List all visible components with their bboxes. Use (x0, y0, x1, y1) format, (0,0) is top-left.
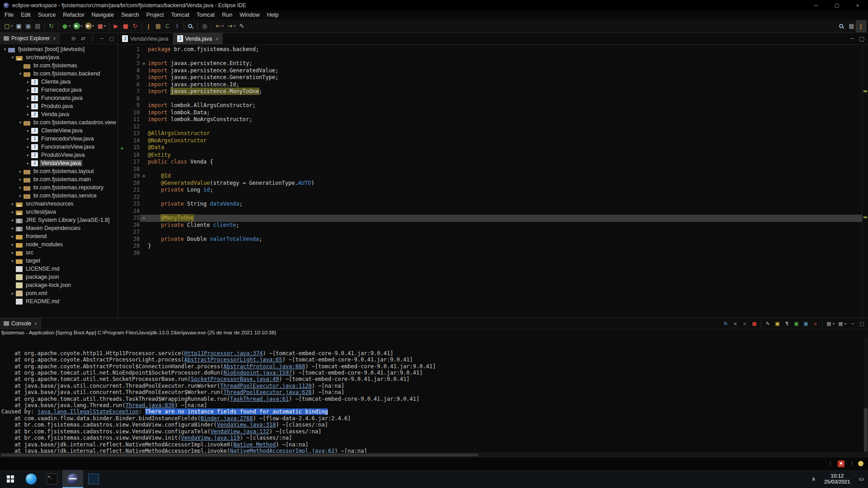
console-link[interactable]: NioEndpoint.java:1597 (223, 370, 292, 376)
perspective-java-button[interactable]: J (856, 21, 866, 32)
refresh-console-icon[interactable]: ↻ (721, 318, 731, 329)
tree-collapsed-arrow-icon[interactable]: ▸ (25, 136, 31, 141)
tree-collapsed-arrow-icon[interactable]: ▸ (9, 218, 16, 222)
editor-tab-vendaview-java[interactable]: VendaView.java (118, 33, 173, 44)
console-link[interactable]: VendaView.java:119 (181, 435, 240, 441)
tree-item[interactable]: package-lock.json (0, 281, 118, 289)
perspective-javaee-button[interactable]: ▦ (847, 21, 856, 32)
tree-item[interactable]: ▸Venda.java (0, 110, 118, 118)
external-tools-button[interactable]: ■▾ (95, 21, 107, 32)
tree-item[interactable]: ▸target (0, 257, 118, 265)
menu-item-11-help[interactable]: Help (263, 11, 282, 19)
forward-button[interactable]: →▾ (225, 21, 237, 32)
tree-item[interactable]: ▸VendaView.java (0, 159, 118, 167)
new-interface-button[interactable]: I (172, 21, 182, 32)
menu-item-8-tomcat[interactable]: Tomcat (193, 11, 218, 19)
tree-collapsed-arrow-icon[interactable]: ▸ (9, 258, 16, 263)
print-button[interactable]: ▤ (33, 21, 42, 32)
tree-item[interactable]: ▸ProdutoView.java (0, 151, 118, 159)
tree-item[interactable]: ▾fjsistemas [boot] [devtools] (0, 45, 118, 53)
tree-item[interactable]: ▾src/main/java (0, 53, 118, 61)
tree-item[interactable]: ▸Funcionario.java (0, 94, 118, 102)
terminate-icon[interactable]: ■ (750, 318, 759, 329)
tree-collapsed-arrow-icon[interactable]: ▸ (9, 226, 16, 230)
fold-collapse-icon[interactable]: ⊖ (140, 173, 148, 180)
tree-item[interactable]: ▸br.com.fjsistemas.main (0, 175, 118, 183)
menu-item-5-search[interactable]: Search (118, 11, 143, 19)
tree-collapsed-arrow-icon[interactable]: ▸ (17, 193, 24, 198)
debug-button[interactable]: ●▾ (60, 21, 72, 32)
save-all-button[interactable]: ▣ (24, 21, 33, 32)
tree-item[interactable]: ▸br.com.fjsistemas.service (0, 192, 118, 200)
tree-item[interactable]: ▸Produto.java (0, 102, 118, 110)
status-overflow-icon[interactable]: ⋮ (825, 460, 836, 467)
maximize-button[interactable]: ▢ (826, 0, 847, 10)
coverage-button[interactable]: ▶▾ (84, 21, 95, 32)
tree-collapsed-arrow-icon[interactable]: ▸ (9, 250, 16, 255)
tree-collapsed-arrow-icon[interactable]: ▸ (25, 80, 31, 84)
code-area[interactable]: 1package br.com.fjsistemas.backend;23⊖im… (118, 45, 868, 318)
build-all-button[interactable]: ↻ (47, 21, 56, 32)
new-wizard-button[interactable]: ▢▾ (2, 21, 14, 32)
tree-collapsed-arrow-icon[interactable]: ▸ (9, 242, 16, 247)
scrollbar-thumb[interactable] (864, 408, 868, 452)
tree-item[interactable]: ▸pom.xml (0, 289, 118, 297)
display-console-icon[interactable]: ▦▾ (824, 318, 836, 329)
tree-collapsed-arrow-icon[interactable]: ▸ (25, 145, 31, 149)
overview-ruler[interactable] (862, 45, 868, 318)
close-console-icon[interactable]: × (811, 318, 820, 329)
tray-expand-icon[interactable]: ∧ (807, 470, 820, 488)
link-with-editor-icon[interactable]: ⇄ (78, 33, 88, 44)
tree-item[interactable]: ▸Fornecedor.java (0, 86, 118, 94)
close-tab-icon[interactable]: × (216, 36, 218, 42)
tree-expanded-arrow-icon[interactable]: ▾ (17, 71, 24, 76)
console-link[interactable]: Thread.java:830 (126, 402, 175, 408)
console-vertical-scrollbar[interactable] (863, 337, 868, 453)
tree-collapsed-arrow-icon[interactable]: ▸ (25, 112, 31, 117)
quick-search-button[interactable] (837, 21, 847, 32)
tree-collapsed-arrow-icon[interactable]: ▸ (25, 96, 31, 100)
tab-project-explorer[interactable]: Project Explorer × (0, 33, 60, 44)
tree-collapsed-arrow-icon[interactable]: ▸ (25, 153, 31, 157)
menu-item-1-edit[interactable]: Edit (17, 11, 34, 19)
taskbar-cmd-icon[interactable] (42, 470, 62, 488)
tomcat-stop-button[interactable]: ■ (121, 21, 130, 32)
tab-console[interactable]: Console × (0, 318, 41, 329)
tree-item[interactable]: README.md (0, 297, 118, 305)
save-button[interactable]: ▣ (14, 21, 24, 32)
pin-editor-button[interactable]: ◎ (200, 21, 209, 32)
fold-collapse-icon[interactable]: ⊖ (140, 215, 148, 222)
tree-expanded-arrow-icon[interactable]: ▾ (17, 120, 24, 125)
tree-collapsed-arrow-icon[interactable]: ▸ (25, 88, 31, 92)
hint-bulb-icon[interactable] (858, 461, 863, 466)
close-view-icon[interactable]: × (53, 36, 56, 41)
tree-collapsed-arrow-icon[interactable]: ▸ (9, 291, 16, 296)
clear-console-icon[interactable]: ✎ (763, 318, 773, 329)
menu-item-4-navigate[interactable]: Navigate (88, 11, 118, 19)
tree-item[interactable]: ▸frontend (0, 232, 118, 240)
taskbar-eclipse-icon[interactable] (62, 470, 83, 488)
tree-collapsed-arrow-icon[interactable]: ▸ (25, 104, 31, 108)
maximize-view-icon[interactable]: ▢ (857, 33, 867, 44)
tree-expanded-arrow-icon[interactable]: ▾ (9, 55, 16, 60)
last-edit-location-button[interactable]: ✎ (237, 21, 246, 32)
tree-item[interactable]: ▸Maven Dependencies (0, 224, 118, 232)
tree-item[interactable]: br.com.fjsistemas (0, 61, 118, 70)
notification-bell-icon[interactable] (838, 460, 844, 467)
tree-item[interactable]: ▸FornecedorView.java (0, 135, 118, 143)
remove-launch-icon[interactable]: × (731, 318, 740, 329)
tree-item[interactable]: ▸br.com.fjsistemas.layout (0, 167, 118, 175)
console-link[interactable]: NativeMethodAccessorImpl.java:62 (230, 448, 335, 453)
show-on-stderr-icon[interactable]: ▣ (801, 318, 811, 329)
menu-item-7-tomcat[interactable]: Tomcat (167, 11, 193, 19)
status-overflow-icon-2[interactable]: ⋮ (846, 460, 857, 467)
collapse-all-icon[interactable]: ⊟ (69, 33, 78, 44)
tomcat-start-button[interactable]: ▶ (111, 21, 121, 32)
open-console-icon[interactable]: ▦▾ (836, 318, 848, 329)
tree-collapsed-arrow-icon[interactable]: ▸ (25, 161, 31, 165)
console-link[interactable]: Binder.java:2768 (201, 415, 253, 422)
view-menu-icon[interactable]: ⋮ (88, 33, 97, 44)
menu-item-0-file[interactable]: File (1, 11, 17, 19)
tree-collapsed-arrow-icon[interactable]: ▸ (9, 202, 16, 206)
minimize-button[interactable]: ─ (806, 0, 826, 10)
